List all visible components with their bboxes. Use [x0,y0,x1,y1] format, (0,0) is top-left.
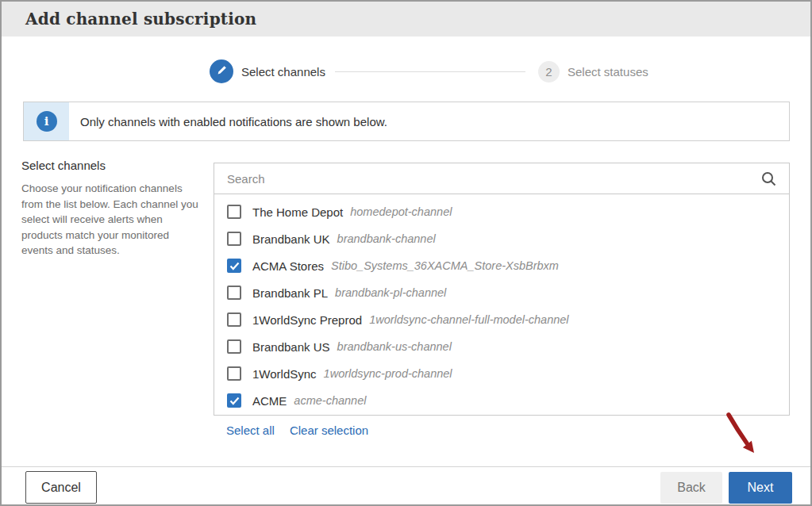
info-banner: i Only channels with enabled notificatio… [23,102,790,141]
channel-checkbox[interactable] [227,366,241,381]
channel-name: 1WorldSync [252,367,317,381]
channel-checkbox[interactable] [227,393,241,408]
channel-checkbox[interactable] [227,205,241,219]
channel-name: Brandbank PL [252,286,328,300]
channel-name: 1WorldSync Preprod [252,313,362,327]
channel-row[interactable]: 1WorldSync 1worldsync-prod-channel [214,360,789,387]
left-panel-description: Choose your notification channels from t… [21,181,202,259]
channel-checkbox[interactable] [227,312,241,327]
channel-checkbox[interactable] [227,232,241,246]
channel-code: acme-channel [294,394,366,407]
channel-row[interactable]: ACME acme-channel [214,387,789,414]
step-1-label: Select channels [241,65,325,79]
select-all-link[interactable]: Select all [226,424,275,437]
channel-row[interactable]: 1WorldSync Preprod 1worldsync-channel-fu… [214,306,789,333]
info-banner-text: Only channels with enabled notifications… [69,102,387,140]
back-button[interactable]: Back [660,472,722,504]
dialog-title: Add channel subscription [25,10,256,29]
channel-name: ACMA Stores [252,259,324,273]
info-icon: i [37,111,57,132]
search-input[interactable] [214,163,789,194]
channel-list-panel: The Home Depot homedepot-channel Brandba… [214,163,790,416]
channel-checkbox[interactable] [227,339,241,354]
step-2-number: 2 [545,65,552,79]
add-channel-subscription-dialog: Add channel subscription Select channels… [0,0,812,506]
channel-rows: The Home Depot homedepot-channel Brandba… [214,194,789,414]
step-1-indicator [210,59,233,83]
dialog-titlebar: Add channel subscription [2,2,810,36]
channel-row[interactable]: Brandbank US brandbank-us-channel [214,333,789,360]
search-row [214,163,789,194]
channel-code: homedepot-channel [350,205,452,218]
channel-checkbox[interactable] [227,259,241,273]
footer-divider [2,466,810,467]
channel-row[interactable]: Brandbank UK brandbank-channel [214,225,789,252]
left-panel-heading: Select channels [21,159,202,172]
channel-name: The Home Depot [252,205,343,219]
clear-selection-link[interactable]: Clear selection [290,424,368,437]
channel-name: ACME [252,394,287,408]
step-2-indicator: 2 [538,61,560,82]
channel-name: Brandbank US [252,340,330,354]
channel-code: 1worldsync-prod-channel [324,367,452,380]
channel-checkbox[interactable] [227,286,241,300]
channel-row[interactable]: ACMA Stores Stibo_Systems_36XACMA_Store-… [214,252,789,279]
search-icon[interactable] [760,171,777,190]
channel-code: 1worldsync-channel-full-model-channel [369,313,568,326]
channel-name: Brandbank UK [252,232,330,246]
selection-links: Select all Clear selection [226,424,368,437]
info-banner-strip: i [24,102,69,140]
left-panel: Select channels Choose your notification… [21,159,202,259]
channel-row[interactable]: The Home Depot homedepot-channel [214,198,789,225]
stepper-connector-line [335,71,525,72]
step-2-label: Select statuses [568,65,648,79]
cancel-button[interactable]: Cancel [25,471,97,504]
channel-row[interactable]: Brandbank PL brandbank-pl-channel [214,279,789,306]
channel-code: brandbank-us-channel [337,340,452,353]
channel-code: brandbank-pl-channel [335,286,446,299]
channel-code: brandbank-channel [337,232,436,245]
channel-code: Stibo_Systems_36XACMA_Store-XsbBrbxm [331,259,559,272]
pencil-icon [216,64,228,79]
next-button[interactable]: Next [729,472,792,504]
